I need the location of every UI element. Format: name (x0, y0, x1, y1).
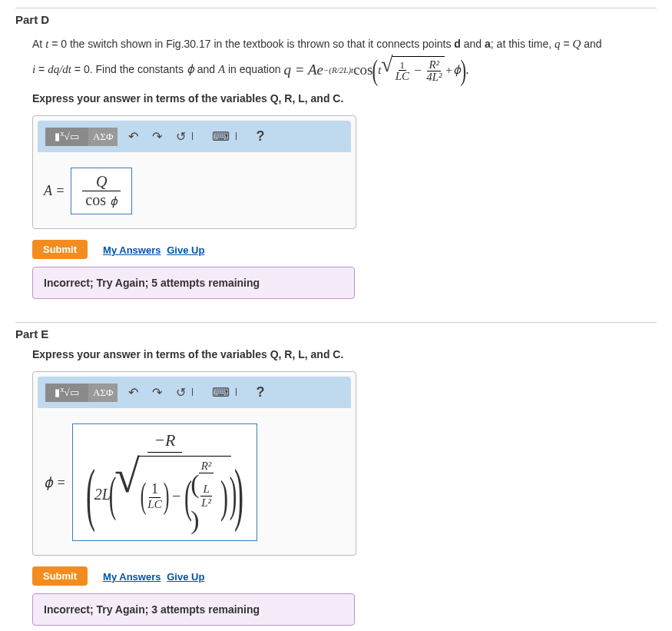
feedback-e: Incorrect; Try Again; 3 attempts remaini… (32, 593, 355, 626)
sqrt: 1LC − R²4L² (381, 56, 445, 84)
template-buttons-e[interactable]: ▮x√▭ ΑΣΦ (45, 384, 118, 402)
answer-input-e[interactable]: −R ( 2L ( ( 1LC ) − (72, 423, 257, 541)
answer-num: Q (82, 173, 121, 191)
redo-icon-e[interactable]: ↷ (149, 384, 165, 401)
my-answers-link-e[interactable]: My Answers (103, 571, 161, 583)
part-e: Part E Express your answer in terms of t… (15, 322, 657, 626)
eq-cos: cos (353, 55, 372, 85)
express-e: Express your answer in terms of the vari… (32, 348, 657, 360)
feedback-d: Incorrect; Try Again; 5 attempts remaini… (32, 267, 355, 299)
help-icon[interactable]: ? (253, 127, 267, 146)
txt: = 0 the switch shown in Fig.30.17 in the… (48, 38, 454, 50)
label-A: A = (44, 183, 65, 199)
toolbar-e: ▮x√▭ ΑΣΦ ↶ ↷ ↺꠰ ⌨꠰ ? (38, 377, 351, 408)
L-e: L (200, 483, 211, 496)
greek-button[interactable]: ΑΣΦ (88, 128, 118, 146)
rb4: ) (220, 478, 228, 515)
minus: − (172, 487, 180, 505)
undo-icon[interactable]: ↶ (125, 128, 141, 145)
answer-input-d[interactable]: Q cos ϕ (71, 168, 132, 214)
point-d: d (454, 38, 461, 50)
submit-button-e[interactable]: Submit (32, 566, 88, 586)
give-up-link-e[interactable]: Give Up (167, 571, 204, 583)
lbracket1: ( (86, 467, 95, 522)
my-answers-link-d[interactable]: My Answers (103, 244, 161, 256)
reset-icon-e[interactable]: ↺꠰ (173, 384, 201, 401)
sqrt-e: ( 1LC ) − ( R² ( (114, 456, 231, 533)
one-e: 1 (149, 481, 161, 498)
redo-icon[interactable]: ↷ (149, 128, 165, 145)
undo-icon-e[interactable]: ↶ (125, 384, 141, 401)
templates-icon-e[interactable]: ▮x√▭ (45, 384, 88, 402)
dqdt: dq/dt (48, 63, 71, 75)
template-buttons[interactable]: ▮x√▭ ΑΣΦ (45, 128, 118, 146)
lbracket2: ( (109, 474, 117, 513)
lparen: ( (372, 61, 379, 79)
eq-lhs: q = Ae (283, 55, 323, 85)
L2-e: L² (199, 496, 214, 510)
rb3: ) (164, 482, 170, 510)
plusphi: +ϕ (445, 58, 460, 81)
txt: and (194, 63, 218, 75)
equation: q = Ae−(R/2L)t cos ( t 1LC − R²4L² +ϕ ). (283, 55, 468, 85)
answer-box-d: ▮x√▭ ΑΣΦ ↶ ↷ ↺꠰ ⌨꠰ ? A = Q cos ϕ (32, 115, 356, 229)
LC: LC (394, 71, 411, 82)
answer-row-d: A = Q cos ϕ (33, 157, 356, 228)
greek-button-e[interactable]: ΑΣΦ (88, 384, 118, 402)
R2-e: R² (199, 460, 214, 473)
answer-row-e: ϕ = −R ( 2L ( ( (33, 413, 356, 555)
eq-exp: −(R/2L)t (323, 61, 353, 78)
problem-text-d: At t = 0 the switch shown in Fig.30.17 i… (32, 32, 657, 85)
txt: in equation (225, 63, 283, 75)
keyboard-icon-e[interactable]: ⌨꠰ (209, 384, 245, 401)
submit-button-d[interactable]: Submit (32, 240, 88, 259)
answer-box-e: ▮x√▭ ΑΣΦ ↶ ↷ ↺꠰ ⌨꠰ ? ϕ = −R ( (32, 371, 356, 556)
express-d: Express your answer in terms of the vari… (32, 92, 657, 105)
LC-e: LC (145, 498, 164, 511)
templates-icon[interactable]: ▮x√▭ (45, 128, 88, 146)
var-i: i (32, 63, 35, 75)
var-A: A (218, 63, 225, 75)
txt: = 0. Find the constants (71, 63, 187, 75)
actions-d: Submit My Answers Give Up (32, 240, 657, 259)
reset-icon[interactable]: ↺꠰ (173, 128, 201, 145)
var-Q: Q (573, 38, 581, 50)
top-R: −R (147, 429, 181, 453)
part-d-title: Part D (15, 13, 657, 26)
var-phi: ϕ (187, 63, 194, 75)
one: 1 (399, 60, 407, 71)
lb3: ( (141, 482, 147, 510)
give-up-link-d[interactable]: Give Up (167, 244, 204, 256)
lb4: ( (184, 478, 192, 515)
toolbar-d: ▮x√▭ ΑΣΦ ↶ ↷ ↺꠰ ⌨꠰ ? (38, 121, 351, 152)
help-icon-e[interactable]: ? (253, 383, 267, 402)
txt: At (32, 38, 45, 50)
4L2: 4L² (425, 71, 443, 83)
twoL: 2L (94, 486, 111, 503)
txt: and (461, 38, 485, 50)
actions-e: Submit My Answers Give Up (32, 566, 657, 586)
part-d: Part D At t = 0 the switch shown in Fig.… (15, 8, 657, 299)
R2: R² (427, 59, 441, 71)
keyboard-icon[interactable]: ⌨꠰ (209, 128, 245, 145)
var-q: q (554, 38, 561, 50)
part-e-title: Part E (15, 327, 657, 340)
txt: ; at this time, (491, 38, 554, 50)
txt: and (581, 38, 601, 50)
label-phi: ϕ = (44, 474, 66, 491)
rparen: ) (460, 61, 466, 79)
rbracket1: ) (234, 467, 243, 522)
point-a: a (485, 38, 491, 50)
